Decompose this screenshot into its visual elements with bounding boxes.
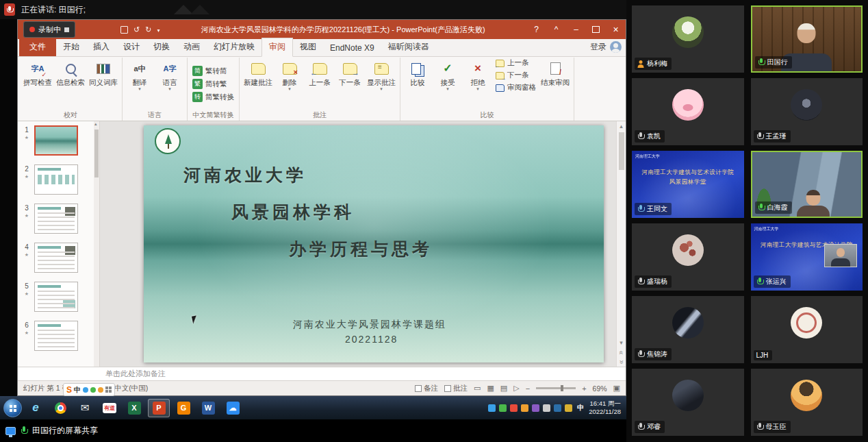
thumbnail-preview[interactable] [34, 204, 78, 234]
qat-more-icon[interactable] [157, 25, 159, 34]
traditional-to-simplified-button[interactable]: 繁转简 [190, 65, 230, 77]
slide-canvas[interactable]: 河南农业大学 风景园林学科 办学历程与思考 河南农业大学风景园林学课题组 202… [100, 121, 626, 367]
thumbnail-item[interactable]: 5 [22, 282, 98, 312]
help-button[interactable] [526, 20, 546, 39]
sogou-input-bar[interactable]: S 中 [63, 383, 115, 396]
tray-icon-8[interactable] [565, 404, 572, 412]
mail-icon[interactable] [74, 399, 96, 417]
next-slide-button[interactable] [617, 357, 626, 367]
notes-toggle-button[interactable]: 备注 [415, 384, 438, 393]
normal-view-button[interactable] [474, 384, 481, 393]
accept-button[interactable]: 接受 [433, 58, 463, 92]
thumbnail-preview[interactable] [34, 243, 78, 273]
thumbnail-preview[interactable] [34, 321, 78, 351]
thumbnail-preview[interactable] [34, 125, 78, 156]
scroll-track[interactable] [617, 131, 626, 338]
thumbnail-preview[interactable] [34, 282, 78, 312]
tab-animations[interactable]: 动画 [177, 38, 207, 56]
convert-button[interactable]: 简繁转换 [190, 91, 237, 103]
tab-file[interactable]: 文件 [19, 38, 56, 56]
ime-tool-icon[interactable] [83, 387, 88, 393]
undo-icon[interactable] [133, 25, 140, 34]
tray-ime-indicator[interactable]: 中 [576, 403, 585, 413]
tray-icon-3[interactable] [510, 404, 518, 412]
compare-button[interactable]: 比较 [403, 58, 433, 86]
thumbnail-item[interactable]: 3 [22, 204, 98, 234]
save-icon[interactable] [120, 26, 128, 34]
excel-icon[interactable] [123, 399, 145, 417]
comments-toggle-button[interactable]: 批注 [444, 384, 468, 393]
language-status[interactable]: 中文(中国) [114, 384, 148, 393]
spell-check-button[interactable]: 拼写检查 [21, 58, 54, 86]
zoom-in-button[interactable] [582, 384, 586, 393]
participant-tile[interactable]: LJH [751, 296, 863, 363]
thumbnail-preview[interactable] [34, 164, 78, 195]
zoom-slider-thumb[interactable] [561, 385, 563, 391]
recording-indicator[interactable]: 录制中 [23, 21, 75, 38]
taskbar-clock[interactable]: 16:41 周一 2022/11/28 [589, 400, 623, 416]
thesaurus-button[interactable]: 同义词库 [87, 58, 120, 86]
stop-record-icon[interactable] [64, 27, 69, 32]
tab-view[interactable]: 视图 [293, 38, 323, 56]
next-comment-button[interactable]: 下一条 [335, 58, 365, 86]
slide-thumbnail-panel[interactable]: 1 2 3 4 5 [18, 121, 100, 367]
reject-button[interactable]: 拒绝 [463, 58, 493, 92]
language-button[interactable]: 语言 [155, 58, 185, 92]
powerpoint-icon[interactable] [148, 399, 170, 417]
participant-tile[interactable]: 河南理工大学 河南理工大学建筑与艺术设计学院 张运兴 [751, 223, 863, 291]
tab-design[interactable]: 设计 [116, 38, 146, 56]
tab-foxit[interactable]: 福昕阅读器 [381, 38, 436, 56]
chrome-icon[interactable] [49, 399, 71, 417]
ime-keyboard-icon[interactable] [98, 387, 103, 393]
thumbnail-item[interactable]: 6 [22, 321, 98, 351]
tab-insert[interactable]: 插入 [86, 38, 116, 56]
participant-tile[interactable]: 盛瑞杨 [632, 223, 744, 291]
zoom-out-button[interactable] [526, 384, 530, 393]
ribbon-display-button[interactable] [546, 20, 566, 39]
participant-tile[interactable]: 王孟瑾 [751, 78, 863, 145]
tray-icon-2[interactable] [499, 404, 507, 412]
next-change-button[interactable]: 下一条 [493, 70, 532, 81]
participant-tile[interactable]: 田国行 [751, 5, 863, 73]
minimize-button[interactable] [566, 20, 586, 39]
restore-button[interactable] [586, 20, 606, 39]
thumbnail-item[interactable]: 1 [22, 125, 98, 156]
redo-icon[interactable] [145, 25, 151, 34]
simplified-to-traditional-button[interactable]: 简转繁 [190, 78, 230, 90]
ime-mode-indicator[interactable]: 中 [74, 385, 81, 395]
current-slide[interactable]: 河南农业大学 风景园林学科 办学历程与思考 河南农业大学风景园林学课题组 202… [144, 125, 604, 363]
participant-tile[interactable]: 杨利梅 [632, 5, 744, 73]
tray-icon-4[interactable] [521, 404, 528, 412]
thumbnail-item[interactable]: 4 [22, 243, 98, 273]
zoom-slider[interactable] [536, 387, 576, 389]
youdao-icon[interactable]: 有道 [99, 399, 120, 417]
previous-slide-button[interactable] [617, 347, 626, 357]
slideshow-button[interactable] [513, 384, 519, 393]
tab-review[interactable]: 审阅 [261, 38, 293, 57]
scroll-up-icon[interactable] [617, 121, 626, 131]
fit-to-window-button[interactable] [613, 384, 620, 393]
tray-icon-6[interactable] [543, 404, 550, 412]
reading-view-button[interactable] [500, 384, 507, 393]
ppt-titlebar[interactable]: 录制中 河南农业大学风景园林学科的办学历程20221126(理工大) - Pow… [18, 20, 626, 39]
previous-change-button[interactable]: 上一条 [493, 58, 532, 69]
close-button[interactable] [606, 20, 626, 39]
zoom-level[interactable]: 69% [593, 384, 607, 393]
scroll-down-icon[interactable] [617, 338, 626, 347]
gg-reader-icon[interactable] [173, 399, 194, 417]
cloud-meeting-icon[interactable] [222, 399, 244, 417]
thumbnail-item[interactable]: 2 [22, 164, 98, 195]
scroll-thumb[interactable] [619, 132, 624, 170]
new-comment-button[interactable]: 新建批注 [242, 58, 275, 86]
show-comments-button[interactable]: 显示批注 [365, 58, 398, 92]
ime-mic-icon[interactable] [90, 387, 96, 393]
tab-slideshow[interactable]: 幻灯片放映 [207, 38, 261, 56]
internet-explorer-icon[interactable] [25, 399, 47, 417]
sogou-logo-icon[interactable]: S [66, 385, 72, 395]
notes-pane[interactable]: 单击此处添加备注 [18, 367, 626, 380]
start-button[interactable] [3, 399, 22, 417]
vertical-scrollbar[interactable] [616, 121, 626, 367]
delete-comment-button[interactable]: 删除 [275, 58, 305, 92]
participant-tile[interactable]: 袁凯 [632, 78, 744, 145]
thumbnail-scrollbar[interactable] [94, 121, 99, 367]
